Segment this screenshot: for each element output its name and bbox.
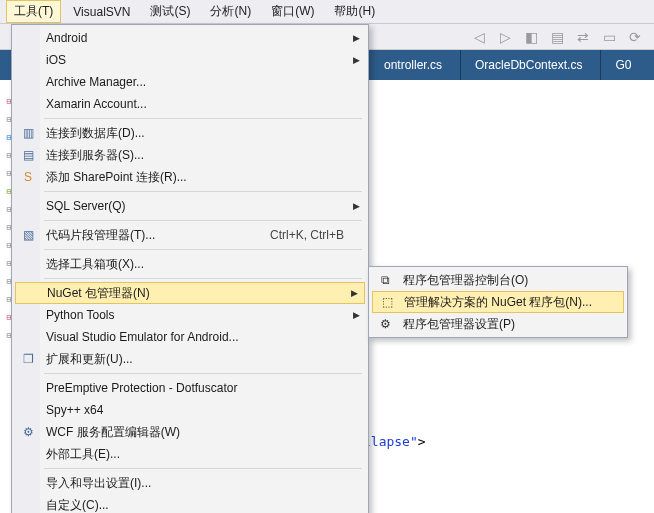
menu-item-archive[interactable]: Archive Manager...	[14, 71, 366, 93]
wcf-icon: ⚙	[19, 425, 37, 439]
menu-label: Android	[46, 31, 87, 45]
sharepoint-icon: S	[19, 170, 37, 184]
gear-icon: ⚙	[376, 317, 394, 331]
menu-label: 程序包管理器控制台(O)	[403, 272, 528, 289]
menu-window[interactable]: 窗口(W)	[263, 0, 322, 23]
menu-label: Archive Manager...	[46, 75, 146, 89]
menu-label: 扩展和更新(U)...	[46, 351, 133, 368]
menu-item-dbconnect[interactable]: ▥ 连接到数据库(D)...	[14, 122, 366, 144]
submenu-item-pmsettings[interactable]: ⚙ 程序包管理器设置(P)	[371, 313, 625, 335]
menu-item-sharepoint[interactable]: S 添加 SharePoint 连接(R)...	[14, 166, 366, 188]
menu-item-xamarin[interactable]: Xamarin Account...	[14, 93, 366, 115]
refresh-icon: ⟳	[626, 29, 644, 45]
menu-label: 代码片段管理器(T)...	[46, 227, 155, 244]
tab-oracledbcontext[interactable]: OracleDbContext.cs	[460, 50, 600, 80]
rect-icon: ▭	[600, 29, 618, 45]
submenu-arrow-icon: ▶	[353, 55, 360, 65]
console-icon: ⧉	[376, 273, 394, 287]
menu-label: 外部工具(E)...	[46, 446, 120, 463]
menu-label: WCF 服务配置编辑器(W)	[46, 424, 180, 441]
tab-controller[interactable]: ontroller.cs	[370, 50, 460, 80]
menu-item-sqlserver[interactable]: SQL Server(Q) ▶	[14, 195, 366, 217]
menu-item-exttools[interactable]: 外部工具(E)...	[14, 443, 366, 465]
submenu-arrow-icon: ▶	[353, 33, 360, 43]
doc-icon: ▤	[548, 29, 566, 45]
menu-separator	[44, 118, 362, 119]
menu-tools[interactable]: 工具(T)	[6, 0, 61, 23]
menu-label: 连接到数据库(D)...	[46, 125, 145, 142]
menu-item-impexp[interactable]: 导入和导出设置(I)...	[14, 472, 366, 494]
menu-label: PreEmptive Protection - Dotfuscator	[46, 381, 237, 395]
shortcut: Ctrl+K, Ctrl+B	[270, 228, 344, 242]
menu-item-vsemu[interactable]: Visual Studio Emulator for Android...	[14, 326, 366, 348]
nav-fwd-icon: ▷	[496, 29, 514, 45]
extensions-icon: ❐	[19, 352, 37, 366]
menu-item-snippets[interactable]: ▧ 代码片段管理器(T)... Ctrl+K, Ctrl+B	[14, 224, 366, 246]
menu-analyze[interactable]: 分析(N)	[202, 0, 259, 23]
menu-separator	[44, 468, 362, 469]
nav-back-icon: ◁	[470, 29, 488, 45]
menu-item-python[interactable]: Python Tools ▶	[14, 304, 366, 326]
menu-label: SQL Server(Q)	[46, 199, 126, 213]
menu-separator	[44, 220, 362, 221]
menu-label: 导入和导出设置(I)...	[46, 475, 151, 492]
submenu-arrow-icon: ▶	[353, 310, 360, 320]
menu-label: 添加 SharePoint 连接(R)...	[46, 169, 187, 186]
db-icon: ▥	[19, 126, 37, 140]
menu-label: Visual Studio Emulator for Android...	[46, 330, 239, 344]
menu-item-wcf[interactable]: ⚙ WCF 服务配置编辑器(W)	[14, 421, 366, 443]
menu-label: 连接到服务器(S)...	[46, 147, 144, 164]
menu-label: 程序包管理器设置(P)	[403, 316, 515, 333]
menu-label: Xamarin Account...	[46, 97, 147, 111]
nuget-submenu: ⧉ 程序包管理器控制台(O) ⬚ 管理解决方案的 NuGet 程序包(N)...…	[368, 266, 628, 338]
menu-item-nuget[interactable]: NuGet 包管理器(N) ▶	[15, 282, 365, 304]
menu-visualsvn[interactable]: VisualSVN	[65, 2, 138, 22]
submenu-arrow-icon: ▶	[351, 288, 358, 298]
menu-label: Python Tools	[46, 308, 115, 322]
menu-label: 管理解决方案的 NuGet 程序包(N)...	[404, 294, 592, 311]
bookmark-icon: ◧	[522, 29, 540, 45]
menu-separator	[44, 249, 362, 250]
menu-item-srvconnect[interactable]: ▤ 连接到服务器(S)...	[14, 144, 366, 166]
menu-label: Spy++ x64	[46, 403, 103, 417]
menubar: 工具(T) VisualSVN 测试(S) 分析(N) 窗口(W) 帮助(H)	[0, 0, 654, 24]
swap-icon: ⇄	[574, 29, 592, 45]
menu-help[interactable]: 帮助(H)	[326, 0, 383, 23]
menu-item-ios[interactable]: iOS ▶	[14, 49, 366, 71]
tab-g0[interactable]: G0	[600, 50, 649, 80]
tools-menu: Android ▶ iOS ▶ Archive Manager... Xamar…	[11, 24, 369, 513]
menu-item-toolbox[interactable]: 选择工具箱项(X)...	[14, 253, 366, 275]
menu-label: 自定义(C)...	[46, 497, 109, 514]
menu-item-customize[interactable]: 自定义(C)...	[14, 494, 366, 513]
package-icon: ⬚	[378, 295, 396, 309]
menu-label: NuGet 包管理器(N)	[47, 285, 150, 302]
menu-test[interactable]: 测试(S)	[142, 0, 198, 23]
menu-item-android[interactable]: Android ▶	[14, 27, 366, 49]
snippet-icon: ▧	[19, 228, 37, 242]
submenu-item-pmconsole[interactable]: ⧉ 程序包管理器控制台(O)	[371, 269, 625, 291]
submenu-item-manage-nuget[interactable]: ⬚ 管理解决方案的 NuGet 程序包(N)...	[372, 291, 624, 313]
menu-item-dotfuscator[interactable]: PreEmptive Protection - Dotfuscator	[14, 377, 366, 399]
menu-separator	[44, 278, 362, 279]
menu-label: iOS	[46, 53, 66, 67]
menu-label: 选择工具箱项(X)...	[46, 256, 144, 273]
server-icon: ▤	[19, 148, 37, 162]
menu-item-spy[interactable]: Spy++ x64	[14, 399, 366, 421]
menu-separator	[44, 373, 362, 374]
menu-item-extupd[interactable]: ❐ 扩展和更新(U)...	[14, 348, 366, 370]
submenu-arrow-icon: ▶	[353, 201, 360, 211]
menu-separator	[44, 191, 362, 192]
